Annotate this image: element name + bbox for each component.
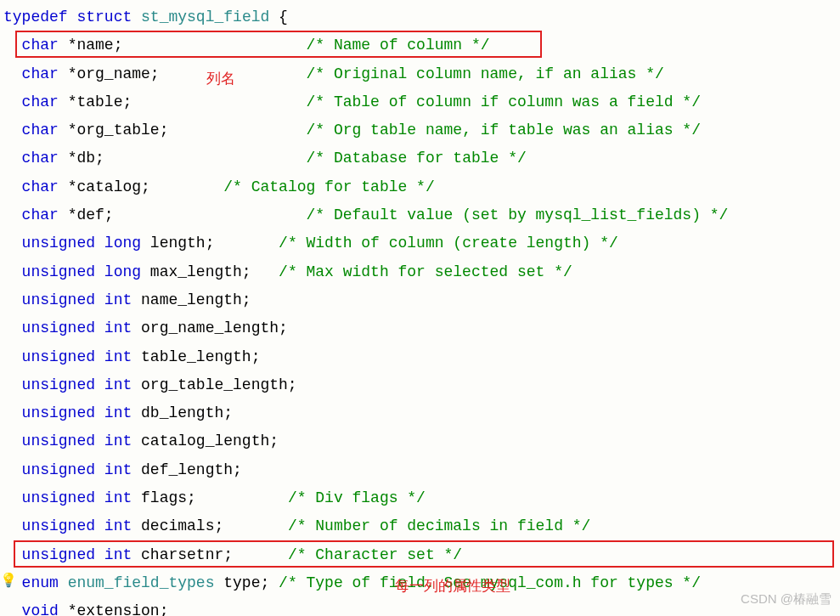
field-orgname: *org_name; [68, 65, 160, 82]
field-db: *db; [68, 150, 104, 167]
comment: /* Original column name, if an alias */ [307, 65, 664, 82]
field-def: *def; [68, 206, 114, 223]
field-decimals: decimals; [132, 517, 223, 534]
kw-enum: enum [22, 574, 59, 591]
field-orgtablelength: org_table_length; [132, 376, 296, 393]
type-name: st_mysql_field [141, 8, 269, 25]
kw-char: char [22, 206, 59, 223]
kw-struct: struct [76, 8, 132, 25]
kw-uint: unsigned int [22, 404, 132, 421]
watermark: CSDN @椿融雪 [741, 587, 832, 611]
field-namelength: name_length; [132, 291, 251, 308]
enum-type: enum_field_types [68, 574, 215, 591]
field-length: length; [141, 235, 214, 251]
field-table: *table; [68, 93, 132, 110]
field-orgtable: *org_table; [68, 122, 169, 138]
annotation-field-type: 每一列的属性类型 [395, 573, 510, 599]
kw-uint: unsigned int [22, 432, 132, 449]
field-flags: flags; [132, 489, 196, 506]
comment: /* Catalog for table */ [223, 178, 434, 195]
comment: /* Table of column if column was a field… [307, 93, 701, 110]
kw-uint: unsigned int [22, 517, 132, 534]
field-deflength: def_length; [132, 461, 242, 478]
kw-char: char [22, 37, 59, 54]
brace-open: { [269, 8, 288, 25]
comment: /* Width of column (create length) */ [279, 235, 618, 251]
kw-uint: unsigned int [22, 376, 132, 393]
field-cataloglength: catalog_length; [132, 432, 279, 449]
kw-uint: unsigned int [22, 546, 132, 563]
kw-ulong: unsigned long [22, 235, 141, 251]
comment: /* Character set */ [288, 546, 462, 563]
kw-char: char [22, 150, 59, 167]
comment: /* Number of decimals in field */ [288, 517, 590, 534]
comment: /* Name of column */ [307, 37, 490, 54]
comment: /* Database for table */ [307, 150, 527, 167]
comment: /* Org table name, if table was an alias… [307, 122, 701, 138]
field-maxlength: max_length; [141, 263, 251, 280]
kw-uint: unsigned int [22, 348, 132, 365]
kw-char: char [22, 65, 59, 82]
field-name: *name; [68, 37, 123, 54]
kw-ulong: unsigned long [22, 263, 141, 280]
code-block: typedef struct st_mysql_field { char *na… [0, 0, 840, 616]
field-tablelength: table_length; [132, 348, 260, 365]
field-catalog: *catalog; [68, 178, 150, 195]
annotation-column-name: 列名 [206, 65, 235, 92]
kw-char: char [22, 122, 59, 138]
lightbulb-icon: 💡 [0, 569, 17, 595]
kw-uint: unsigned int [22, 461, 132, 478]
field-extension: *extension; [68, 602, 169, 616]
comment: /* Max width for selected set */ [279, 263, 572, 280]
kw-char: char [22, 178, 59, 195]
comment: /* Default value (set by mysql_list_fiel… [307, 206, 729, 223]
comment: /* Div flags */ [288, 489, 426, 506]
kw-typedef: typedef [3, 8, 68, 25]
field-type: type; [214, 574, 269, 591]
field-dblength: db_length; [132, 404, 233, 421]
kw-uint: unsigned int [22, 291, 132, 308]
kw-char: char [22, 93, 59, 110]
kw-uint: unsigned int [22, 319, 132, 336]
kw-void: void [22, 602, 59, 616]
field-charsetnr: charsetnr; [132, 546, 233, 563]
field-orgnamelength: org_name_length; [132, 319, 288, 336]
kw-uint: unsigned int [22, 489, 132, 506]
